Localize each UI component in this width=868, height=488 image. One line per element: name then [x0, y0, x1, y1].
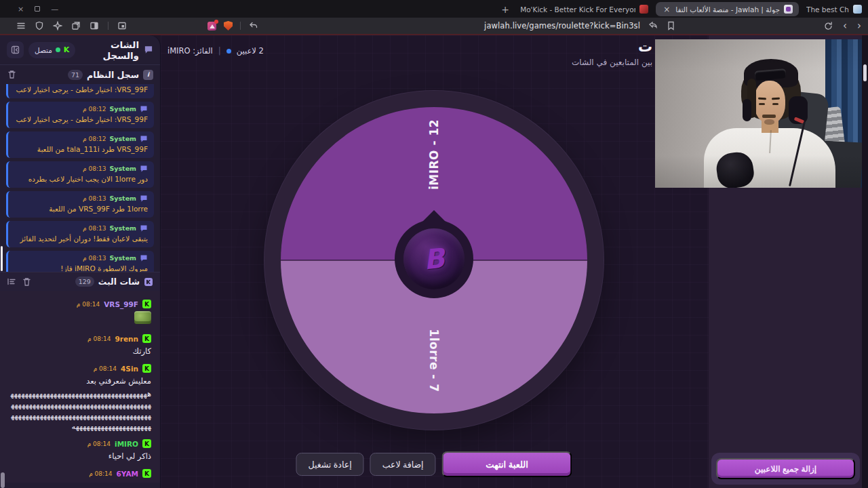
chat-username[interactable]: 6YAM: [117, 470, 138, 478]
log-message: 1lorre طرد VRS_99F من اللعبة: [14, 204, 148, 214]
log-scrollbar-thumb[interactable]: [1, 246, 3, 271]
system-log-title: سجل النظام: [87, 70, 139, 80]
sidebar-header: الشات والسجل متصل K: [0, 35, 160, 64]
log-sender: System: [109, 195, 136, 202]
log-entry: System 08:13 م 1lorre طرد VRS_99F من الل…: [6, 191, 154, 218]
page-scrollbar: [862, 35, 868, 488]
sparkle-icon[interactable]: [53, 21, 62, 30]
info-icon: i: [143, 70, 153, 80]
extension-pink-icon[interactable]: [208, 22, 216, 30]
boxed-panel-icon[interactable]: [117, 21, 127, 30]
chat-text: الله يحببكك: [9, 481, 151, 483]
log-time: 08:13 م: [83, 255, 106, 262]
page-scrollbar-thumb[interactable]: [863, 64, 867, 81]
window-controls: × —: [0, 5, 58, 13]
chat-username[interactable]: 9renn: [115, 335, 138, 343]
window-minimize-button[interactable]: —: [51, 5, 58, 13]
players-count: 2 لاعبين: [237, 46, 264, 56]
shield-icon[interactable]: [35, 21, 44, 30]
reload-icon[interactable]: [823, 21, 833, 30]
filter-icon[interactable]: [7, 277, 16, 287]
log-time: 08:13 م: [83, 165, 106, 172]
system-log-count: 71: [68, 70, 83, 80]
log-sender: System: [109, 165, 136, 172]
page: الشات والسجل متصل K i سجل ال: [0, 35, 868, 488]
log-time: 08:12 م: [83, 106, 106, 113]
status-label: متصل: [35, 46, 52, 54]
tab-jawlah-active[interactable]: جولة | Jawlah - منصة الألعاب التفا ×: [656, 2, 799, 16]
system-chat-icon: [140, 165, 148, 173]
tab-mokick[interactable]: Mo'Kick - Better Kick For Everyone -: [514, 2, 654, 16]
split-screen-icon[interactable]: [90, 21, 99, 30]
log-sender: System: [109, 224, 136, 232]
trash-icon[interactable]: [22, 277, 31, 287]
kick-badge-icon: K: [142, 439, 151, 448]
tab-title: Mo'Kick - Better Kick For Everyone -: [520, 5, 635, 14]
log-time: 08:13 م: [83, 225, 106, 232]
tab-title: The best ChatBot and Widgets for Ki: [806, 5, 849, 14]
chat-time: 08:14 م: [87, 336, 111, 342]
meta-separator: |: [218, 46, 221, 56]
system-chat-icon: [140, 195, 148, 203]
game-meta: الفائز: iMIRO | 2 لاعبين: [167, 46, 264, 56]
log-sender: System: [109, 105, 136, 113]
kick-badge-icon: K: [142, 364, 151, 373]
system-chat-icon: [140, 105, 148, 113]
kick-badge-icon: K: [142, 334, 151, 343]
browser-titlebar: × — + Mo'Kick - Better Kick For Everyone…: [0, 0, 868, 18]
chat-username[interactable]: 4Sin: [121, 365, 138, 373]
extension-badge: [214, 20, 218, 24]
emote-icon: [134, 311, 151, 324]
chat-text: كارتك: [9, 346, 151, 357]
log-message: VRS_99F: اختيار خاطئ - يرجى اختيار لاعب …: [14, 85, 148, 95]
tab-close-icon[interactable]: ×: [662, 5, 671, 14]
browser-toolbar: jawlah.live/games/roulette?kick=Bin3sl ‹…: [0, 18, 868, 34]
trash-icon[interactable]: [7, 70, 16, 79]
forward-icon[interactable]: ›: [857, 21, 861, 31]
undo-arrow-icon[interactable]: [248, 21, 258, 30]
collapse-sidebar-button[interactable]: [7, 41, 24, 58]
log-sender: System: [109, 135, 136, 142]
game-over-button[interactable]: اللعبة انتهت: [442, 451, 572, 477]
system-chat-icon: [140, 254, 148, 262]
extension-icons: [208, 21, 258, 30]
tab-chatbot[interactable]: The best ChatBot and Widgets for Ki: [800, 2, 868, 16]
add-player-button[interactable]: إضافة لاعب: [370, 453, 436, 476]
log-sender: System: [109, 254, 136, 262]
log-message: مبروك الاسطورة iMIRO فاز!: [14, 264, 148, 272]
log-message: VRS_99F طرد tala_111i من اللعبة: [14, 144, 148, 155]
chat-message: K 6YAM 08:14 م الله يحببكك: [9, 468, 151, 483]
share-icon[interactable]: [648, 21, 658, 30]
chatbot-favicon: [853, 5, 862, 14]
remove-all-players-button[interactable]: إزالة جميع اللاعبين: [716, 458, 855, 479]
log-entry: System 08:13 م مبروك الاسطورة iMIRO فاز!: [6, 251, 154, 272]
chat-message: K iMIRO 08:14 م ذاكر لي احياء: [9, 439, 151, 462]
online-dot: [56, 47, 60, 52]
url-text[interactable]: jawlah.live/games/roulette?kick=Bin3sl: [484, 21, 640, 30]
players-panel-footer: إزالة جميع اللاعبين: [711, 453, 860, 485]
stream-chat-header: شات البث 129: [0, 272, 160, 291]
bookmark-icon[interactable]: [666, 21, 675, 30]
toolbar-separator: [108, 22, 108, 30]
adblock-shield-icon[interactable]: [224, 21, 233, 30]
log-entry: System 08:12 م VRS_99F: اختيار خاطئ - ير…: [6, 102, 154, 128]
winner-label: الفائز: iMIRO: [167, 46, 213, 56]
window-restore-button[interactable]: [35, 6, 40, 12]
chat-scrollbar-thumb[interactable]: [1, 472, 5, 488]
system-log-header: i سجل النظام 71: [0, 65, 160, 84]
chat-bubble-icon: [144, 45, 153, 55]
page-title: ت: [638, 39, 652, 55]
popup-window-icon[interactable]: [71, 21, 81, 30]
chat-message: K 9renn 08:14 م كارتك: [9, 333, 151, 357]
restart-button[interactable]: إعادة تشغيل: [296, 453, 363, 476]
back-icon[interactable]: ‹: [843, 21, 847, 31]
mokick-favicon: [639, 5, 648, 14]
new-tab-button[interactable]: +: [498, 2, 513, 17]
webcam-vignette: [655, 39, 862, 188]
wheel-hub-logo: B: [403, 228, 465, 289]
kick-badge-icon: K: [142, 469, 151, 478]
chat-username[interactable]: VRS_99F: [104, 300, 138, 308]
menu-icon[interactable]: [16, 21, 26, 30]
chat-username[interactable]: iMIRO: [115, 440, 138, 448]
window-close-button[interactable]: ×: [18, 5, 24, 13]
